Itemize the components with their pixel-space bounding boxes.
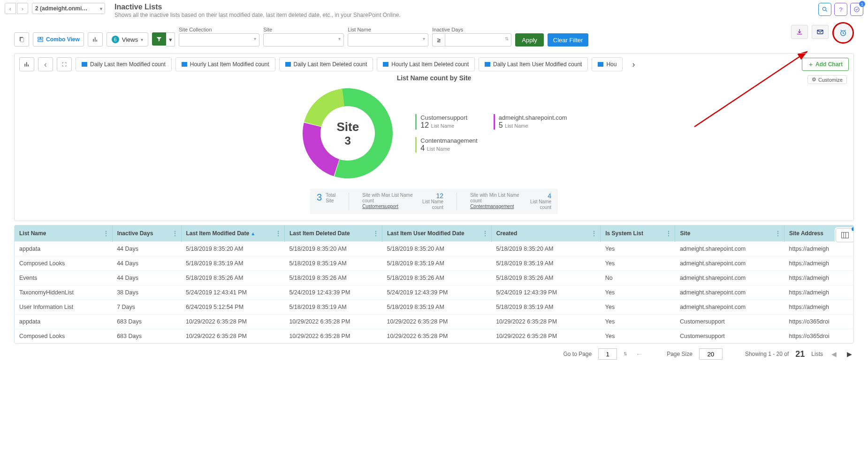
nav-forward-button[interactable]: › xyxy=(17,3,28,14)
summary-min-site: Contentmanagement xyxy=(470,204,520,209)
site-select[interactable] xyxy=(263,33,344,46)
table-row[interactable]: Composed Looks683 Days10/29/2022 6:35:28… xyxy=(15,329,853,344)
table-cell: Yes xyxy=(601,256,675,271)
table-row[interactable]: Composed Looks44 Days5/18/2019 8:35:19 A… xyxy=(15,256,853,271)
summary-total-value: 3 xyxy=(317,192,322,210)
legend-item: Contentmanagement4 List Name xyxy=(415,137,477,153)
table-row[interactable]: appdata683 Days10/29/2022 6:35:28 PM10/2… xyxy=(15,315,853,329)
table-cell: 683 Days xyxy=(112,329,181,344)
views-dropdown[interactable]: 6 Views ▾ xyxy=(107,32,148,46)
column-menu-icon[interactable]: ⋮ xyxy=(275,232,282,235)
chart-bar-icon[interactable] xyxy=(19,57,34,71)
column-header[interactable]: List Name⋮ xyxy=(15,225,112,242)
table-row[interactable]: TaxonomyHiddenList38 Days5/24/2019 12:43… xyxy=(15,285,853,300)
email-icon[interactable] xyxy=(812,25,829,39)
customize-button[interactable]: ⚙ Customize xyxy=(807,75,847,84)
column-menu-icon[interactable]: ⋮ xyxy=(373,232,379,235)
column-header[interactable]: Last Item Modified Date▲⋮ xyxy=(181,225,284,242)
add-chart-button[interactable]: ＋ Add Chart xyxy=(802,58,849,71)
filter-dropdown[interactable]: ▾ xyxy=(166,32,175,46)
column-menu-icon[interactable]: ⋮ xyxy=(482,232,488,235)
download-icon[interactable] xyxy=(791,25,808,39)
column-menu-icon[interactable]: ⋮ xyxy=(172,232,178,235)
copy-icon[interactable] xyxy=(14,32,29,46)
svg-point-2 xyxy=(854,7,860,12)
column-header[interactable]: Last Item Deleted Date⋮ xyxy=(284,225,382,242)
page-size-label: Page Size xyxy=(667,351,693,357)
list-name-select[interactable] xyxy=(348,33,428,46)
table-cell: 5/24/2019 12:43:41 PM xyxy=(181,285,284,300)
table-cell: Yes xyxy=(601,285,675,300)
chart-tab[interactable]: Daily Last Item Deleted count xyxy=(279,57,373,71)
search-icon[interactable] xyxy=(818,3,831,16)
chart-tab[interactable]: Hou xyxy=(592,57,623,71)
tabs-scroll-right[interactable]: › xyxy=(626,58,640,71)
svg-rect-17 xyxy=(842,232,849,238)
column-header[interactable]: Is System List⋮ xyxy=(601,225,675,242)
legend-item: Customersupport12 List Name xyxy=(415,114,477,130)
table-cell: 5/18/2019 8:35:19 AM xyxy=(284,256,382,271)
alarm-icon[interactable] xyxy=(832,22,854,44)
table-cell: https://admeigh xyxy=(784,300,853,315)
table-cell: User Information List xyxy=(15,300,112,315)
table-cell: 10/29/2022 6:35:28 PM xyxy=(382,329,492,344)
table-row[interactable]: Events44 Days5/18/2019 8:35:26 AM5/18/20… xyxy=(15,271,853,285)
column-header[interactable]: Last Item User Modified Date⋮ xyxy=(382,225,492,242)
table-cell: 5/18/2019 8:35:20 AM xyxy=(382,242,492,256)
table-cell: 683 Days xyxy=(112,315,181,329)
table-cell: Composed Looks xyxy=(15,329,112,344)
page-size-input[interactable] xyxy=(699,348,723,360)
table-cell: 44 Days xyxy=(112,256,181,271)
table-cell: 44 Days xyxy=(112,242,181,256)
svg-rect-5 xyxy=(38,37,40,39)
table-cell: 44 Days xyxy=(112,271,181,285)
apply-button[interactable]: Apply xyxy=(515,33,544,46)
column-header[interactable]: Inactive Days⋮ xyxy=(112,225,181,242)
chart-tab[interactable]: Daily Last Item Modified count xyxy=(76,57,172,71)
inactive-days-operator[interactable]: ≥ xyxy=(432,33,445,46)
combo-view-button[interactable]: Combo View xyxy=(33,32,84,46)
tasks-icon[interactable]: 1 xyxy=(850,3,863,16)
column-chooser-button[interactable] xyxy=(836,228,854,242)
summary-min-label: Site with Min List Name count xyxy=(470,192,520,204)
chart-tab[interactable]: Hourly Last Item Modified count xyxy=(175,57,275,71)
table-cell: 7 Days xyxy=(112,300,181,315)
summary-max-label: Site with Max List Name count xyxy=(362,192,412,204)
column-menu-icon[interactable]: ⋮ xyxy=(591,232,597,235)
table-row[interactable]: User Information List7 Days6/24/2019 5:1… xyxy=(15,300,853,315)
site-collection-select[interactable] xyxy=(179,33,259,46)
column-menu-icon[interactable]: ⋮ xyxy=(775,232,781,235)
summary-min-value: 4 xyxy=(524,192,551,199)
column-header[interactable]: Site⋮ xyxy=(675,225,784,242)
bar-chart-icon[interactable] xyxy=(88,32,103,46)
table-cell: 10/29/2022 6:35:28 PM xyxy=(382,315,492,329)
column-menu-icon[interactable]: ⋮ xyxy=(665,232,672,235)
svg-rect-8 xyxy=(93,39,94,42)
clear-filter-button[interactable]: Clear Filter xyxy=(548,33,589,46)
page-prev[interactable]: ◀ xyxy=(830,350,838,358)
filter-button[interactable] xyxy=(152,32,166,46)
goto-page-input[interactable] xyxy=(598,348,617,360)
table-row[interactable]: appdata44 Days5/18/2019 8:35:20 AM5/18/2… xyxy=(15,242,853,256)
page-next[interactable]: ▶ xyxy=(845,350,854,358)
results-table: List Name⋮Inactive Days⋮Last Item Modifi… xyxy=(15,225,853,343)
expand-icon[interactable] xyxy=(57,57,72,71)
column-menu-icon[interactable]: ⋮ xyxy=(103,232,109,235)
inactive-days-input[interactable] xyxy=(445,33,511,46)
tabs-scroll-left[interactable]: ‹ xyxy=(38,57,53,71)
chart-tab[interactable]: Daily Last Item User Modified count xyxy=(479,57,588,71)
goto-page-go[interactable]: ← xyxy=(634,350,644,358)
chart-tab-icon xyxy=(82,62,87,67)
summary-max-site: Customersupport xyxy=(362,204,412,209)
nav-back-button[interactable]: ‹ xyxy=(5,3,16,14)
table-cell: 5/18/2019 8:35:19 AM xyxy=(491,256,601,271)
help-icon[interactable]: ? xyxy=(834,3,847,16)
chart-tab[interactable]: Hourly Last Item Deleted count xyxy=(377,57,475,71)
table-cell: 5/18/2019 8:35:26 AM xyxy=(181,271,284,285)
table-cell: 5/18/2019 8:35:20 AM xyxy=(284,242,382,256)
tenant-selector[interactable]: 2 (admeight.onmi… xyxy=(32,3,105,14)
table-cell: 38 Days xyxy=(112,285,181,300)
column-header[interactable]: Created⋮ xyxy=(491,225,601,242)
showing-total: 21 xyxy=(795,349,805,359)
table-cell: Customersupport xyxy=(675,315,784,329)
